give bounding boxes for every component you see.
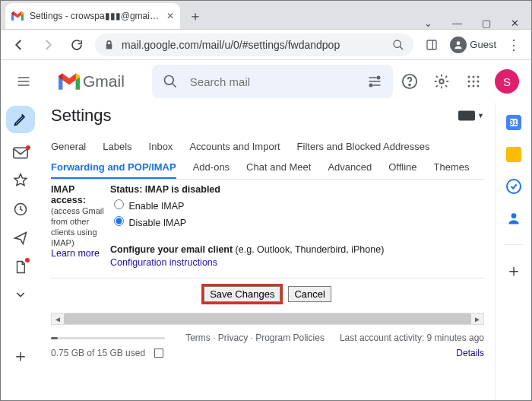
guest-label: Guest xyxy=(470,39,496,50)
tab-general[interactable]: General xyxy=(51,141,86,152)
svg-point-14 xyxy=(473,81,475,83)
contacts-icon[interactable] xyxy=(506,211,521,226)
input-tools-button[interactable]: ▼ xyxy=(458,110,484,121)
svg-point-11 xyxy=(473,76,475,78)
svg-rect-19 xyxy=(14,148,27,158)
disable-imap-radio[interactable]: Disable IMAP xyxy=(110,218,186,228)
svg-point-4 xyxy=(164,76,173,85)
imap-section-label: IMAP access: (access Gmail from other cl… xyxy=(51,184,110,270)
new-label-icon[interactable]: ＋ xyxy=(12,345,29,368)
svg-point-18 xyxy=(477,85,480,88)
close-window-icon[interactable]: ✕ xyxy=(511,18,519,29)
page-title: Settings xyxy=(51,106,112,126)
back-button[interactable] xyxy=(8,34,30,56)
tab-accounts[interactable]: Accounts and Import xyxy=(189,141,280,152)
svg-point-8 xyxy=(409,84,410,86)
search-input[interactable] xyxy=(188,75,356,89)
help-icon[interactable] xyxy=(399,71,420,92)
tab-labels[interactable]: Labels xyxy=(103,141,131,152)
get-addons-icon[interactable]: ＋ xyxy=(506,263,521,278)
gmail-logo[interactable]: Gmail xyxy=(59,72,125,91)
cancel-button[interactable]: Cancel xyxy=(288,286,331,302)
reload-button[interactable] xyxy=(66,34,87,56)
account-avatar[interactable]: S xyxy=(495,69,519,94)
svg-point-10 xyxy=(468,76,470,78)
tasks-icon[interactable] xyxy=(506,179,521,194)
svg-point-15 xyxy=(477,81,480,83)
config-instructions-link[interactable]: Configuration instructions xyxy=(110,257,217,268)
keep-icon[interactable] xyxy=(506,147,521,162)
tab-inbox[interactable]: Inbox xyxy=(149,141,173,152)
zoom-icon[interactable] xyxy=(392,39,404,51)
svg-point-16 xyxy=(468,85,470,88)
compose-button[interactable] xyxy=(6,106,35,133)
tab-filters[interactable]: Filters and Blocked Addresses xyxy=(297,141,430,152)
horizontal-scrollbar[interactable]: ◄ ► xyxy=(51,313,484,325)
learn-more-link[interactable]: Learn more xyxy=(51,248,100,259)
svg-rect-21 xyxy=(458,111,475,121)
reader-mode-icon[interactable] xyxy=(421,34,442,56)
product-name: Gmail xyxy=(83,72,125,91)
close-icon[interactable]: ✕ xyxy=(166,11,174,21)
tab-advanced[interactable]: Advanced xyxy=(328,161,372,173)
gear-icon[interactable] xyxy=(431,71,452,92)
tab-forwarding[interactable]: Forwarding and POP/IMAP xyxy=(51,161,176,179)
mail-nav-icon[interactable] xyxy=(13,147,28,159)
side-panel: 31 ＋ xyxy=(495,103,531,400)
nav-rail: ＋ xyxy=(1,103,40,400)
search-options-icon[interactable] xyxy=(367,74,382,89)
forward-button[interactable] xyxy=(37,34,59,56)
tab-chat[interactable]: Chat and Meet xyxy=(246,161,311,173)
storage-meter xyxy=(51,337,165,339)
svg-point-5 xyxy=(377,76,379,78)
apps-grid-icon[interactable] xyxy=(463,71,484,92)
maximize-icon[interactable]: ▢ xyxy=(482,18,491,29)
star-icon[interactable] xyxy=(13,173,28,188)
more-icon[interactable] xyxy=(14,288,27,301)
address-bar[interactable]: mail.google.com/mail/u/0/#settings/fwdan… xyxy=(95,33,413,56)
drafts-icon[interactable] xyxy=(14,259,27,275)
svg-point-12 xyxy=(477,76,480,78)
scrollbar-left-arrow[interactable]: ◄ xyxy=(52,315,64,323)
open-external-icon[interactable] xyxy=(154,348,163,358)
tab-offline[interactable]: Offline xyxy=(388,161,416,173)
svg-point-3 xyxy=(457,41,461,45)
window-controls: ⌄ — ▢ ✕ xyxy=(424,13,531,29)
tab-addons[interactable]: Add-ons xyxy=(193,161,230,173)
activity-text: Last account activity: 9 minutes ago xyxy=(340,333,484,343)
new-tab-button[interactable]: ＋ xyxy=(185,5,206,27)
chevron-down-icon[interactable]: ⌄ xyxy=(424,18,432,29)
search-bar[interactable] xyxy=(152,65,393,98)
config-heading: Configure your email client xyxy=(110,244,233,255)
browser-tab[interactable]: Settings - crowspa▮▮▮@gmail… ✕ xyxy=(5,3,180,29)
svg-point-9 xyxy=(439,79,444,84)
settings-tabs-row2: Forwarding and POP/IMAP Add-ons Chat and… xyxy=(51,157,484,180)
guest-avatar-icon xyxy=(450,37,467,53)
scrollbar-right-arrow[interactable]: ► xyxy=(471,315,483,323)
scrollbar-track[interactable] xyxy=(64,313,471,324)
svg-point-22 xyxy=(511,213,516,218)
url-text: mail.google.com/mail/u/0/#settings/fwdan… xyxy=(122,39,385,51)
settings-tabs-row1: General Labels Inbox Accounts and Import… xyxy=(51,126,484,157)
policy-links[interactable]: Terms · Privacy · Program Policies xyxy=(185,333,325,343)
enable-imap-radio[interactable]: Enable IMAP xyxy=(110,201,184,212)
footer-row2: 0.75 GB of 15 GB used Details xyxy=(51,346,484,363)
footer-row1: Terms · Privacy · Program Policies Last … xyxy=(51,325,484,346)
browser-tabstrip: Settings - crowspa▮▮▮@gmail… ✕ ＋ ⌄ — ▢ ✕ xyxy=(1,1,531,30)
snoozed-icon[interactable] xyxy=(13,202,28,217)
form-buttons: Save Changes Cancel xyxy=(51,278,484,313)
browser-menu-icon[interactable]: ⋮ xyxy=(504,37,524,53)
svg-point-6 xyxy=(369,84,372,86)
svg-point-13 xyxy=(468,81,470,83)
imap-section: IMAP access: (access Gmail from other cl… xyxy=(51,180,484,278)
profile-chip[interactable]: Guest xyxy=(450,37,496,53)
tab-themes[interactable]: Themes xyxy=(434,161,470,173)
hamburger-menu-icon[interactable] xyxy=(13,71,34,92)
calendar-icon[interactable]: 31 xyxy=(506,115,521,130)
lock-icon xyxy=(104,40,114,50)
details-link[interactable]: Details xyxy=(456,348,484,358)
svg-point-17 xyxy=(473,85,475,88)
sent-icon[interactable] xyxy=(13,231,28,246)
minimize-icon[interactable]: — xyxy=(452,18,462,29)
save-changes-button[interactable]: Save Changes xyxy=(204,286,280,302)
